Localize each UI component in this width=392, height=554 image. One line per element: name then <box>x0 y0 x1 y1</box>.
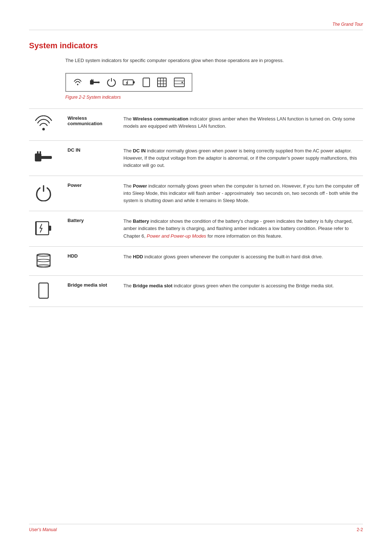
battery-label: Battery <box>68 218 84 223</box>
table-row: Bridge media slot The Bridge media slot … <box>29 275 363 307</box>
svg-rect-1 <box>90 80 94 85</box>
battery-name-cell: Battery <box>62 211 120 246</box>
svg-point-24 <box>49 156 52 159</box>
fig-hdd-icon <box>173 77 185 87</box>
battery-icon-cell <box>29 211 62 246</box>
battery-icon <box>35 221 52 236</box>
power-desc-cell: The Power indicator normally glows green… <box>120 176 363 211</box>
indicators-table: Wirelesscommunication The Wireless commu… <box>29 108 363 307</box>
svg-point-19 <box>42 128 45 130</box>
hdd-icon <box>35 253 52 268</box>
svg-rect-7 <box>133 81 135 83</box>
power-icon-cell <box>29 176 62 211</box>
dcin-label: DC IN <box>68 147 80 153</box>
fig-battery-icon: + <box>123 78 136 87</box>
hdd-label: HDD <box>68 253 78 259</box>
hdd-icon-cell <box>29 246 62 275</box>
hdd-name-cell: HDD <box>62 246 120 275</box>
hdd-desc-cell: The HDD indicator glows green whenever t… <box>120 246 363 275</box>
svg-rect-27 <box>49 226 51 231</box>
svg-point-30 <box>37 265 50 267</box>
fig-grid-icon <box>157 77 167 87</box>
power-name-cell: Power <box>62 176 120 211</box>
svg-rect-9 <box>143 78 150 87</box>
bridge-icon-cell <box>29 275 62 307</box>
footer-right: 2-2 <box>357 527 363 532</box>
svg-point-18 <box>181 82 183 83</box>
indicators-icon-box: + <box>65 73 192 92</box>
power-label: Power <box>68 182 82 188</box>
dcin-icon-cell <box>29 140 62 176</box>
header-title: The Grand Tour <box>332 22 363 27</box>
fig-power-icon <box>107 78 116 87</box>
intro-text: The LED system indicators for specific c… <box>65 57 363 64</box>
svg-rect-10 <box>158 78 166 87</box>
svg-point-28 <box>37 254 50 256</box>
fig-wireless-icon <box>73 77 83 87</box>
page-footer: User's Manual 2-2 <box>29 524 363 532</box>
fig-dcin-icon <box>89 77 100 87</box>
svg-rect-31 <box>39 283 48 298</box>
bridge-desc-cell: The Bridge media slot indicator glows gr… <box>120 275 363 307</box>
indicators-figure: + <box>65 73 363 92</box>
section-title: System indicators <box>29 41 363 50</box>
power-icon <box>36 185 52 201</box>
svg-rect-20 <box>35 153 41 161</box>
table-row: Wirelesscommunication The Wireless commu… <box>29 108 363 140</box>
svg-rect-22 <box>37 151 38 154</box>
svg-rect-23 <box>40 151 41 154</box>
page-container: The Grand Tour System indicators The LED… <box>0 0 392 554</box>
figure-caption: Figure 2-2 System indicators <box>65 95 363 100</box>
wireless-desc-cell: The Wireless communication indicator glo… <box>120 108 363 140</box>
table-row: DC IN The DC IN indicator normally glows… <box>29 140 363 176</box>
wireless-icon-cell <box>29 108 62 140</box>
table-row: Power The Power indicator normally glows… <box>29 176 363 211</box>
dcin-desc-cell: The DC IN indicator normally glows green… <box>120 140 363 176</box>
svg-point-0 <box>77 84 78 85</box>
svg-rect-3 <box>91 79 92 81</box>
svg-point-29 <box>37 259 50 262</box>
wireless-icon <box>35 115 52 133</box>
bridge-icon <box>38 282 49 299</box>
dcin-name-cell: DC IN <box>62 140 120 176</box>
table-row: Battery The Battery indicator shows the … <box>29 211 363 246</box>
footer-left: User's Manual <box>29 527 57 532</box>
dcin-icon <box>34 149 53 166</box>
svg-point-5 <box>98 81 100 83</box>
bridge-name-cell: Bridge media slot <box>62 275 120 307</box>
page-header: The Grand Tour <box>29 22 363 30</box>
wireless-name-cell: Wirelesscommunication <box>62 108 120 140</box>
fig-bridge-icon <box>142 77 150 87</box>
bridge-label: Bridge media slot <box>68 282 107 288</box>
battery-desc-cell: The Battery indicator shows the conditio… <box>120 211 363 246</box>
wireless-label: Wirelesscommunication <box>68 115 102 126</box>
power-modes-link[interactable]: Power and Power-up Modes <box>147 233 206 239</box>
svg-rect-4 <box>93 79 93 81</box>
table-row: HDD The HDD indicator glows green whenev… <box>29 246 363 275</box>
